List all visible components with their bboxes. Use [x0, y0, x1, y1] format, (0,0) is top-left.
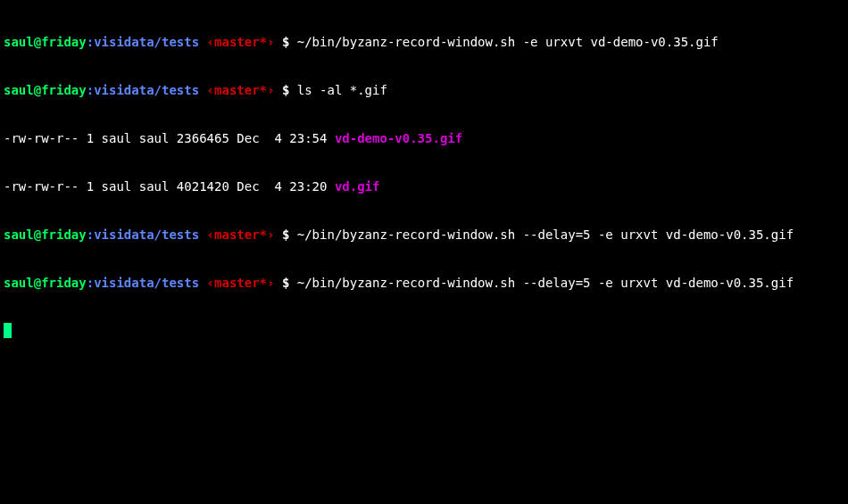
prompt-dollar: $ — [274, 276, 296, 290]
prompt-branch: ‹master*› — [199, 276, 274, 290]
terminal-line: saul@friday:visidata/tests ‹master*› $ ~… — [4, 227, 844, 243]
prompt-path: visidata/tests — [94, 83, 199, 97]
prompt-path: visidata/tests — [94, 35, 199, 49]
prompt-user-host: saul@friday — [4, 276, 87, 290]
command-text: ~/bin/byzanz-record-window.sh --delay=5 … — [297, 276, 794, 290]
file-name: vd-demo-v0.35.gif — [335, 131, 462, 145]
file-meta: -rw-rw-r-- 1 saul saul 4021420 Dec 4 23:… — [4, 179, 335, 194]
prompt-dollar: $ — [274, 35, 296, 49]
terminal-window[interactable]: saul@friday:visidata/tests ‹master*› $ ~… — [4, 2, 844, 355]
cursor-icon — [4, 323, 12, 338]
prompt-branch: ‹master*› — [199, 83, 274, 97]
prompt-user-host: saul@friday — [4, 83, 87, 97]
prompt-user-host: saul@friday — [4, 35, 87, 49]
terminal-line: saul@friday:visidata/tests ‹master*› $ ~… — [4, 34, 844, 50]
file-meta: -rw-rw-r-- 1 saul saul 2366465 Dec 4 23:… — [4, 131, 335, 145]
prompt-branch: ‹master*› — [199, 227, 274, 242]
prompt-path: visidata/tests — [94, 276, 199, 290]
file-name: vd.gif — [335, 179, 380, 194]
prompt-dollar: $ — [274, 227, 296, 242]
terminal-line: saul@friday:visidata/tests ‹master*› $ l… — [4, 82, 844, 98]
prompt-colon: : — [87, 35, 94, 49]
ls-output-row: -rw-rw-r-- 1 saul saul 2366465 Dec 4 23:… — [4, 130, 844, 146]
terminal-line — [4, 323, 844, 339]
prompt-colon: : — [87, 83, 94, 97]
command-text: ~/bin/byzanz-record-window.sh --delay=5 … — [297, 227, 794, 242]
prompt-user-host: saul@friday — [4, 227, 87, 242]
prompt-path: visidata/tests — [94, 227, 199, 242]
command-text: ~/bin/byzanz-record-window.sh -e urxvt v… — [297, 35, 719, 49]
command-text: ls -al *.gif — [297, 83, 387, 97]
prompt-dollar: $ — [274, 83, 296, 97]
prompt-branch: ‹master*› — [199, 35, 274, 49]
prompt-colon: : — [87, 227, 94, 242]
prompt-colon: : — [87, 276, 94, 290]
ls-output-row: -rw-rw-r-- 1 saul saul 4021420 Dec 4 23:… — [4, 178, 844, 194]
terminal-line: saul@friday:visidata/tests ‹master*› $ ~… — [4, 275, 844, 291]
